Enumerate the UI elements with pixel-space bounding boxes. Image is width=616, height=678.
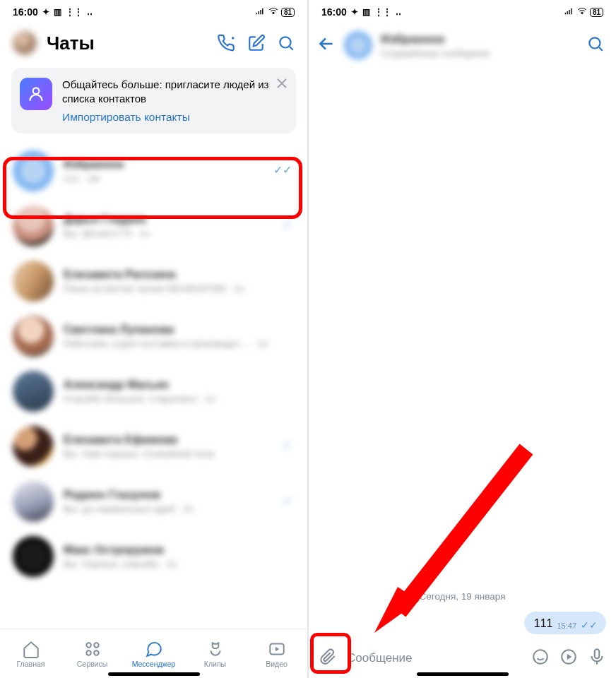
chat-avatar <box>13 536 54 577</box>
status-net-icon: ⋮⋮ <box>66 7 83 17</box>
read-check-icon: ✓✓ <box>273 163 292 177</box>
signal-icon <box>564 6 574 18</box>
chat-item[interactable]: Дарья ГладкихВы: @user1775 · 1ч ✓ <box>0 198 307 254</box>
messages-area[interactable]: Сегодня, 19 января 111 15:47 ✓✓ <box>309 66 616 638</box>
nav-home[interactable]: Главная <box>0 629 61 678</box>
nav-clips[interactable]: Клипы <box>184 629 246 678</box>
chat-avatar <box>13 316 54 357</box>
conversation-pane: 16:00 ✦ ▥ ⋮⋮ ‥ 81 Избранное Сохранённые … <box>309 0 616 678</box>
message-text: 111 <box>534 617 553 630</box>
message-time: 15:47 <box>557 622 576 630</box>
chat-item[interactable]: Елизавета РагозинаПиши на ватсап лучше 8… <box>0 254 307 309</box>
chat-preview: Спасибо большое, старались! · 1ч <box>64 393 295 404</box>
sent-check-icon: ✓ <box>283 494 292 507</box>
status-time: 16:00 <box>321 6 347 18</box>
page-title: Чаты <box>47 32 207 54</box>
battery-icon: 81 <box>590 8 603 17</box>
sent-check-icon: ✓ <box>283 439 292 452</box>
bottom-nav: Главная Сервисы Мессенджер Клипы Видео <box>0 629 307 678</box>
invite-text: Общайтесь больше: пригласите людей из сп… <box>62 78 288 105</box>
close-icon[interactable] <box>276 78 288 92</box>
svg-point-4 <box>86 650 90 655</box>
nav-messenger[interactable]: Мессенджер <box>123 629 184 678</box>
conversation-header: Избранное Сохранённые сообщения <box>309 21 616 66</box>
chat-avatar <box>13 371 54 412</box>
emoji-button[interactable] <box>531 648 550 669</box>
chat-item-favorites[interactable]: Избранное 111 · 1м ✓✓ <box>0 143 307 198</box>
chat-item[interactable]: Елизавета ЕфимоваВы: Хмм хорошо. Спокойн… <box>0 419 307 474</box>
svg-point-5 <box>94 650 99 655</box>
nav-label: Мессенджер <box>132 660 176 668</box>
nav-label: Видео <box>266 660 288 668</box>
chat-preview: Работаем, отдел поставки и производст… ·… <box>64 338 295 349</box>
conversation-avatar[interactable] <box>344 31 372 59</box>
status-bar: 16:00 ✦ ▥ ⋮⋮ ‥ 81 <box>0 0 307 21</box>
chat-name: Макс Острорумов <box>64 544 295 557</box>
svg-point-2 <box>86 643 90 648</box>
chat-preview: Вы: @user1775 · 1ч <box>64 228 295 239</box>
nav-label: Сервисы <box>77 660 108 668</box>
message-row: 111 15:47 ✓✓ <box>319 612 606 634</box>
sent-check-icon: ✓ <box>283 218 292 232</box>
status-notif-icon: ✦ <box>42 7 49 17</box>
chat-item[interactable]: Александр МаськоСпасибо большое, старали… <box>0 364 307 419</box>
chat-avatar <box>13 150 54 191</box>
search-button[interactable] <box>276 33 296 53</box>
status-sim-icon: ▥ <box>362 7 370 17</box>
home-indicator <box>417 672 509 676</box>
nav-label: Клипы <box>204 660 226 668</box>
chat-name: Светлана Лупанова <box>64 323 295 336</box>
status-net-icon: ⋮⋮ <box>374 7 391 17</box>
chat-list-pane: 16:00 ✦ ▥ ⋮⋮ ‥ 81 Чаты <box>0 0 307 678</box>
conversation-title-block[interactable]: Избранное Сохранённые сообщения <box>381 32 578 59</box>
invite-card: Общайтесь больше: пригласите людей из сп… <box>11 68 296 133</box>
nav-video[interactable]: Видео <box>246 629 307 678</box>
chat-avatar <box>13 261 54 302</box>
message-input[interactable]: Сообщение <box>347 651 521 665</box>
chat-item[interactable]: Родион ГлазуновВы: до нормальных идей · … <box>0 474 307 529</box>
status-notif-icon: ✦ <box>351 7 358 17</box>
chat-name: Избранное <box>64 158 295 171</box>
svg-point-8 <box>533 650 547 664</box>
new-call-button[interactable] <box>217 33 237 53</box>
chat-avatar <box>13 206 54 246</box>
import-contacts-link[interactable]: Импортировать контакты <box>62 111 288 124</box>
status-bar: 16:00 ✦ ▥ ⋮⋮ ‥ 81 <box>309 0 616 21</box>
chat-name: Родион Глазунов <box>64 489 295 501</box>
chat-name: Елизавета Рагозина <box>64 268 295 281</box>
conversation-subtitle: Сохранённые сообщения <box>381 48 578 59</box>
wifi-icon <box>577 6 587 18</box>
chat-name: Елизавета Ефимова <box>64 434 295 446</box>
chat-item[interactable]: Светлана ЛупановаРаботаем, отдел поставк… <box>0 309 307 364</box>
chat-avatar <box>13 481 54 522</box>
chat-item[interactable]: Макс ОстрорумовВы: Хорошо, спасибо · 2ч <box>0 529 307 584</box>
conversation-name: Избранное <box>381 32 578 47</box>
chat-name: Дарья Гладких <box>64 213 295 226</box>
status-sim-icon: ▥ <box>54 7 61 17</box>
svg-point-1 <box>33 88 40 94</box>
read-check-icon: ✓✓ <box>581 620 598 630</box>
outgoing-message[interactable]: 111 15:47 ✓✓ <box>524 612 606 634</box>
voice-button[interactable] <box>588 648 606 669</box>
nav-services[interactable]: Сервисы <box>61 629 123 678</box>
status-more-icon: ‥ <box>396 7 401 17</box>
attach-button[interactable] <box>319 648 337 669</box>
contacts-icon <box>20 78 52 110</box>
profile-avatar[interactable] <box>13 31 37 55</box>
chat-preview: Пиши на ватсап лучше 89148187555 · 1ч <box>64 283 295 294</box>
audio-message-button[interactable] <box>559 648 578 669</box>
chat-preview: Вы: Хмм хорошо. Спокойной ночи <box>64 448 295 459</box>
svg-point-3 <box>94 643 99 648</box>
chat-list[interactable]: Избранное 111 · 1м ✓✓ Дарья ГладкихВы: @… <box>0 138 307 629</box>
svg-point-0 <box>280 37 290 47</box>
status-time: 16:00 <box>13 6 38 18</box>
chat-preview: Вы: Хорошо, спасибо · 2ч <box>64 559 295 569</box>
search-in-chat-button[interactable] <box>586 35 605 56</box>
chat-avatar <box>13 426 54 467</box>
chat-name: Александр Масько <box>64 379 295 391</box>
chats-header: Чаты <box>0 21 307 62</box>
wifi-icon <box>268 6 278 18</box>
back-button[interactable] <box>317 35 336 56</box>
home-indicator <box>108 672 200 676</box>
new-message-button[interactable] <box>247 33 266 53</box>
